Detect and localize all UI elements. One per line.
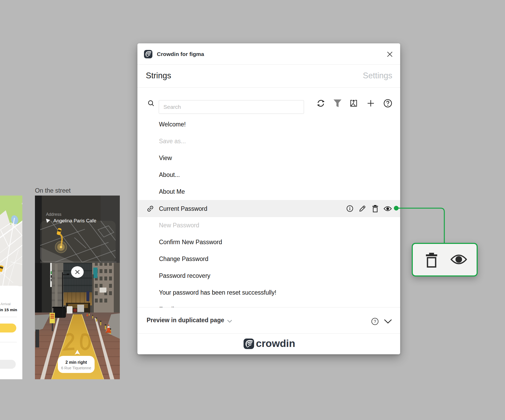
svg-text:2 min right: 2 min right [65,360,87,365]
svg-text:Arrival: Arrival [1,302,11,306]
svg-text:in 15 min: in 15 min [0,308,17,312]
svg-text:Address: Address [46,212,61,217]
svg-text:6 Rue Tiquetonne: 6 Rue Tiquetonne [61,366,91,370]
svg-text:?: ? [374,319,376,324]
svg-text:Angelina Paris Cafe: Angelina Paris Cafe [53,218,96,223]
